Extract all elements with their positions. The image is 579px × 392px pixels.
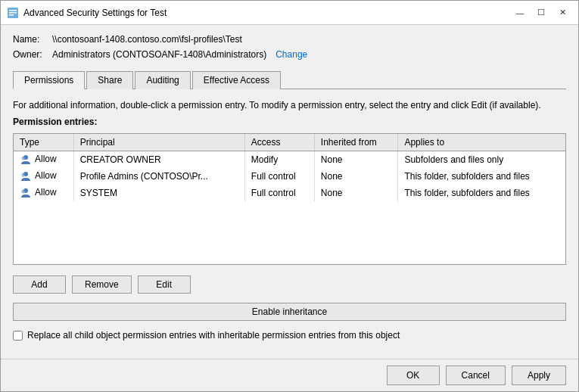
add-button[interactable]: Add [13, 275, 66, 294]
cell-access: Full control [244, 185, 314, 201]
edit-button[interactable]: Edit [138, 275, 191, 294]
tabs-container: Permissions Share Auditing Effective Acc… [13, 70, 566, 89]
cell-access: Full control [244, 168, 314, 185]
footer: OK Cancel Apply [1, 359, 578, 391]
col-type: Type [14, 134, 73, 151]
replace-checkbox[interactable] [13, 331, 23, 341]
minimize-button[interactable]: — [510, 5, 530, 20]
svg-point-5 [22, 157, 26, 160]
cell-principal: Profile Admins (CONTOSO\Pr... [73, 168, 244, 185]
window-icon [7, 7, 19, 19]
action-buttons-row: Add Remove Edit [13, 275, 566, 294]
name-label: Name: [13, 34, 49, 45]
name-value: \\contosoanf-1408.contoso.com\fsl-profil… [52, 34, 242, 45]
enable-inheritance-button[interactable]: Enable inheritance [13, 303, 566, 321]
cell-applies-to: This folder, subfolders and files [398, 185, 565, 201]
change-link[interactable]: Change [275, 49, 307, 60]
tab-auditing[interactable]: Auditing [135, 71, 190, 89]
cell-inherited-from: None [314, 168, 398, 185]
close-button[interactable]: ✕ [553, 5, 572, 20]
replace-checkbox-label: Replace all child object permission entr… [27, 330, 400, 341]
col-principal: Principal [73, 134, 244, 151]
svg-point-7 [22, 173, 26, 177]
ok-button[interactable]: OK [387, 366, 440, 385]
cell-principal: SYSTEM [73, 185, 244, 201]
cell-access: Modify [244, 151, 314, 169]
owner-row: Owner: Administrators (CONTOSOANF-1408\A… [13, 49, 566, 60]
permission-entries-label: Permission entries: [13, 117, 566, 127]
tab-share[interactable]: Share [86, 71, 133, 89]
title-bar-text: Advanced Security Settings for Test [23, 8, 510, 18]
col-applies-to: Applies to [398, 134, 565, 151]
table-row[interactable]: Allow CREATOR OWNER Modify None Subfolde… [14, 151, 565, 169]
cell-principal: CREATOR OWNER [73, 151, 244, 169]
remove-button[interactable]: Remove [72, 275, 132, 294]
owner-value: Administrators (CONTOSOANF-1408\Administ… [52, 49, 266, 60]
table-row[interactable]: Allow SYSTEM Full control None This fold… [14, 185, 565, 201]
col-inherited-from: Inherited from [314, 134, 398, 151]
cell-type: Allow [14, 185, 73, 201]
svg-point-9 [22, 190, 26, 194]
cell-type: Allow [14, 151, 73, 169]
cell-type: Allow [14, 168, 73, 185]
table-header-row: Type Principal Access Inherited from App… [14, 134, 565, 151]
window: Advanced Security Settings for Test — ☐ … [0, 0, 579, 392]
description-text: For additional information, double-click… [13, 100, 566, 110]
col-access: Access [244, 134, 314, 151]
cell-inherited-from: None [314, 185, 398, 201]
replace-checkbox-row: Replace all child object permission entr… [13, 330, 566, 341]
svg-rect-1 [9, 10, 17, 11]
owner-label: Owner: [13, 49, 49, 60]
tab-permissions[interactable]: Permissions [13, 71, 85, 89]
content-area: Name: \\contosoanf-1408.contoso.com\fsl-… [1, 25, 578, 359]
permissions-table-container: Type Principal Access Inherited from App… [13, 133, 566, 265]
svg-rect-2 [9, 12, 17, 14]
svg-rect-3 [9, 14, 14, 16]
cancel-button[interactable]: Cancel [446, 366, 506, 385]
cell-inherited-from: None [314, 151, 398, 169]
tab-effective-access[interactable]: Effective Access [192, 71, 281, 89]
apply-button[interactable]: Apply [512, 366, 566, 385]
title-bar: Advanced Security Settings for Test — ☐ … [1, 1, 578, 25]
cell-applies-to: This folder, subfolders and files [398, 168, 565, 185]
title-bar-controls: — ☐ ✕ [510, 5, 572, 20]
permissions-table: Type Principal Access Inherited from App… [14, 134, 565, 201]
cell-applies-to: Subfolders and files only [398, 151, 565, 169]
maximize-button[interactable]: ☐ [531, 5, 551, 20]
name-row: Name: \\contosoanf-1408.contoso.com\fsl-… [13, 34, 566, 45]
table-row[interactable]: Allow Profile Admins (CONTOSO\Pr... Full… [14, 168, 565, 185]
